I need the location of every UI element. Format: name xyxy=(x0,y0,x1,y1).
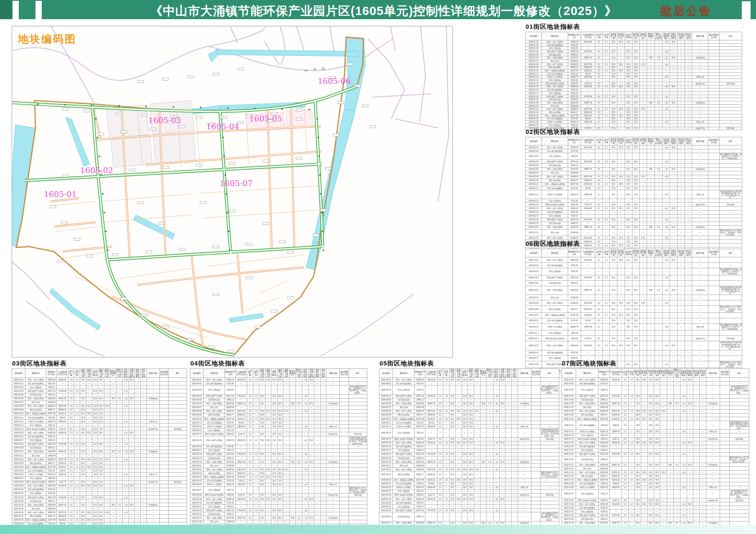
parcel-code-label xyxy=(288,252,294,254)
table-row: 1605-07-06(R2) 二类居住用地18234.9045587.252.5… xyxy=(562,402,749,406)
table-cell: 30.0 xyxy=(610,323,617,330)
table-cell: — xyxy=(134,393,140,397)
table-cell: — xyxy=(662,336,670,341)
table-cell: (G1) 公园绿地 xyxy=(542,199,568,203)
table-cell: 15.0 xyxy=(625,114,632,117)
table-cell: 35.0 xyxy=(265,417,271,421)
table-cell xyxy=(708,203,719,207)
table-cell: — xyxy=(706,502,720,506)
table-cell: — xyxy=(622,456,628,463)
table-cell: 0.4 xyxy=(68,416,74,420)
parcel-code-label xyxy=(208,346,215,348)
table-cell: 30286.54 xyxy=(225,468,236,471)
table-cell: — xyxy=(647,268,655,275)
table-cell: — xyxy=(687,421,693,430)
table-cell: — xyxy=(289,497,296,501)
table-cell: — xyxy=(235,382,247,385)
table-cell xyxy=(169,454,187,458)
column-header: 配套设施规模(㎡) xyxy=(289,369,296,378)
table-cell: — xyxy=(506,385,512,394)
table-cell: (M1) 一类工业用地 xyxy=(576,502,598,506)
table-cell: — xyxy=(283,471,289,475)
table-cell: 50.0 xyxy=(499,497,506,501)
table-cell: 20.0 xyxy=(92,469,98,473)
table-cell xyxy=(340,425,349,428)
table-cell: — xyxy=(302,520,308,524)
table-cell: 50.0 xyxy=(308,460,314,464)
table-cell: — xyxy=(670,50,678,53)
table-row: 1605-03-15(M1) 一类工业用地24563.1849126.362.0… xyxy=(12,431,187,435)
table-cell: — xyxy=(474,478,480,482)
table-cell: — xyxy=(670,82,678,85)
table-cell xyxy=(708,146,719,149)
table-cell xyxy=(730,448,749,452)
table-cell: 1605-06-01 xyxy=(526,257,542,263)
table-cell: — xyxy=(487,497,493,501)
road-marker xyxy=(317,118,318,119)
table-cell: 15.0 xyxy=(92,431,98,435)
table-cell: — xyxy=(617,210,625,214)
table-cell: — xyxy=(677,218,685,222)
table-cell: 20.0 xyxy=(647,437,654,441)
table-cell: — xyxy=(685,121,692,124)
table-cell xyxy=(160,461,169,465)
table-cell: 1605-01-16 xyxy=(526,88,542,92)
indicator-table: 地块编码用地性质用地面积(平方米)计容建筑面积(平方米)容积率上限容积率下限建筑… xyxy=(525,137,742,255)
table-row: 1605-07-11(U1) 供应设施用地1576.30630.520.4—30… xyxy=(562,421,749,430)
table-cell: 30.0 xyxy=(610,190,617,199)
table-cell: — xyxy=(706,378,720,382)
table-cell: 1605-05-09 xyxy=(379,413,393,417)
table-cell: (G2) 防护绿地 xyxy=(576,456,598,463)
table-cell: 35.0 xyxy=(462,521,468,525)
table-cell: 15.0 xyxy=(277,493,283,497)
table-cell: — xyxy=(640,207,647,210)
table-cell: (G1) 公园绿地 xyxy=(393,428,415,437)
table-cell: — xyxy=(617,66,625,69)
table-row: 1605-05-31(G1) 公园绿地4326.15——————————————… xyxy=(379,505,559,509)
table-cell: — xyxy=(685,199,692,203)
table-cell: 0.4 xyxy=(437,482,443,486)
table-cell: 36班小学 xyxy=(518,425,531,428)
table-cell: — xyxy=(692,160,708,164)
table-cell: 24.0 xyxy=(632,323,640,330)
table-cell: — xyxy=(685,66,692,69)
table-cell: — xyxy=(700,482,706,486)
table-cell: — xyxy=(632,268,640,275)
table-cell: 50.0 xyxy=(450,478,456,482)
table-cell: 630.52 xyxy=(610,482,622,486)
table-cell: — xyxy=(134,442,140,446)
table-cell: 12483.66 xyxy=(46,454,57,458)
table-cell: 15672.33 xyxy=(568,218,581,222)
table-cell: 20.0 xyxy=(625,203,632,207)
table-cell xyxy=(349,512,367,516)
table-cell: 20.0 xyxy=(625,82,632,85)
table-cell: (G1) 公园绿地 xyxy=(542,92,568,95)
table-cell: — xyxy=(692,236,708,240)
table-cell: — xyxy=(506,413,512,417)
table-cell: — xyxy=(640,229,647,236)
table-cell: — xyxy=(602,229,610,236)
table-cell: — xyxy=(670,210,678,214)
table-cell: 1.5 xyxy=(68,412,74,416)
table-cell: — xyxy=(493,456,499,460)
table-cell: — xyxy=(677,280,685,286)
table-cell: — xyxy=(662,318,670,323)
table-cell: — xyxy=(655,123,662,127)
table-cell: — xyxy=(74,476,80,480)
table-cell: — xyxy=(700,433,706,437)
table-cell: — xyxy=(134,438,140,442)
table-cell: (B1) 商业用地 xyxy=(393,471,415,478)
table-cell xyxy=(730,471,749,474)
indicator-table: 地块编码用地性质用地面积(平方米)计容建筑面积(平方米)容积率上限容积率下限建筑… xyxy=(525,32,742,130)
parcel-code-label xyxy=(142,314,148,317)
table-cell xyxy=(340,501,349,505)
table-cell: 30.0 xyxy=(450,493,456,497)
table-cell: 一星 xyxy=(662,63,670,66)
table-cell: 1605-01-03 xyxy=(526,47,542,50)
table-cell: 一星 xyxy=(123,473,129,476)
table-cell: — xyxy=(617,280,625,286)
road-marker xyxy=(95,118,96,119)
table-cell: — xyxy=(640,53,647,56)
table-cell: 2.5 xyxy=(595,56,602,60)
table-cell: — xyxy=(667,486,673,489)
